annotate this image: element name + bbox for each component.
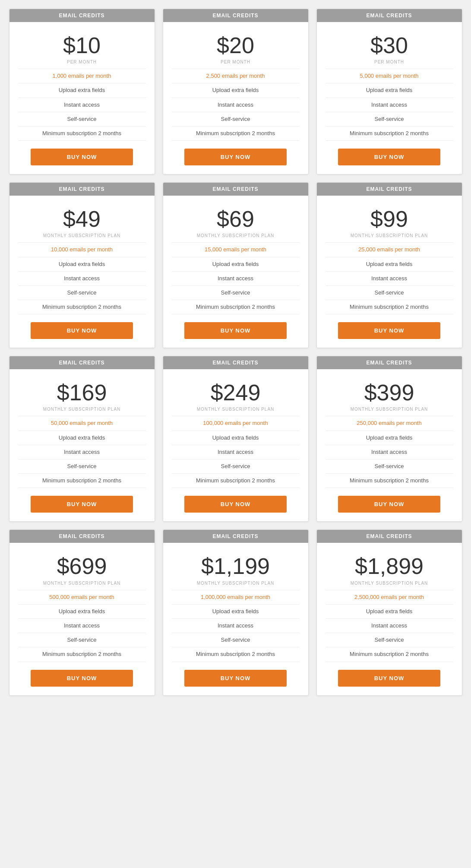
card-price-7: $249: [211, 380, 261, 405]
feature-item-0-0: 1,000 emails per month: [18, 69, 146, 83]
pricing-card-0: EMAIL CREDITS$10PER MONTH1,000 emails pe…: [9, 9, 155, 174]
feature-item-11-0: 2,500,000 emails per month: [326, 590, 453, 605]
feature-item-6-2: Instant access: [18, 445, 146, 459]
pricing-card-9: EMAIL CREDITS$699MONTHLY SUBSCRIPTION PL…: [9, 529, 155, 695]
card-features-9: 500,000 emails per monthUpload extra fie…: [18, 590, 146, 662]
pricing-card-7: EMAIL CREDITS$249MONTHLY SUBSCRIPTION PL…: [163, 356, 309, 522]
card-plan-type-11: MONTHLY SUBSCRIPTION PLAN: [351, 581, 428, 586]
buy-button-3[interactable]: BUY NOW: [31, 322, 133, 339]
feature-item-5-1: Upload extra fields: [326, 257, 453, 272]
feature-item-10-1: Upload extra fields: [172, 605, 300, 619]
buy-button-1[interactable]: BUY NOW: [184, 149, 287, 165]
feature-item-1-0: 2,500 emails per month: [172, 69, 300, 83]
pricing-card-11: EMAIL CREDITS$1,899MONTHLY SUBSCRIPTION …: [316, 529, 462, 695]
feature-item-3-0: 10,000 emails per month: [18, 243, 146, 257]
card-plan-type-6: MONTHLY SUBSCRIPTION PLAN: [43, 407, 121, 412]
feature-item-11-2: Instant access: [326, 619, 453, 633]
feature-item-0-3: Self-service: [18, 112, 146, 127]
pricing-grid: EMAIL CREDITS$10PER MONTH1,000 emails pe…: [9, 9, 462, 696]
card-plan-type-7: MONTHLY SUBSCRIPTION PLAN: [197, 407, 275, 412]
card-price-4: $69: [217, 207, 254, 231]
pricing-card-5: EMAIL CREDITS$99MONTHLY SUBSCRIPTION PLA…: [316, 182, 462, 348]
buy-button-0[interactable]: BUY NOW: [31, 149, 133, 165]
buy-button-6[interactable]: BUY NOW: [31, 496, 133, 513]
card-body-2: $30PER MONTH5,000 emails per monthUpload…: [317, 22, 462, 174]
card-header-6: EMAIL CREDITS: [9, 356, 155, 369]
feature-item-8-0: 250,000 emails per month: [326, 416, 453, 431]
buy-button-7[interactable]: BUY NOW: [184, 496, 287, 513]
feature-item-4-4: Minimum subscription 2 months: [172, 300, 300, 314]
card-header-0: EMAIL CREDITS: [9, 9, 155, 22]
feature-item-10-4: Minimum subscription 2 months: [172, 647, 300, 662]
card-body-10: $1,199MONTHLY SUBSCRIPTION PLAN1,000,000…: [163, 543, 308, 695]
card-features-5: 25,000 emails per monthUpload extra fiel…: [326, 242, 453, 314]
card-header-11: EMAIL CREDITS: [317, 530, 462, 543]
feature-item-3-2: Instant access: [18, 272, 146, 286]
card-body-7: $249MONTHLY SUBSCRIPTION PLAN100,000 ema…: [163, 369, 308, 521]
card-price-8: $399: [364, 380, 414, 405]
card-plan-type-10: MONTHLY SUBSCRIPTION PLAN: [197, 581, 275, 586]
feature-item-2-0: 5,000 emails per month: [326, 69, 453, 83]
feature-item-3-3: Self-service: [18, 286, 146, 300]
feature-item-7-3: Self-service: [172, 459, 300, 474]
buy-button-2[interactable]: BUY NOW: [338, 149, 440, 165]
feature-item-9-2: Instant access: [18, 619, 146, 633]
feature-item-3-4: Minimum subscription 2 months: [18, 300, 146, 314]
feature-item-4-0: 15,000 emails per month: [172, 243, 300, 257]
feature-item-11-1: Upload extra fields: [326, 605, 453, 619]
pricing-card-6: EMAIL CREDITS$169MONTHLY SUBSCRIPTION PL…: [9, 356, 155, 522]
feature-item-2-1: Upload extra fields: [326, 83, 453, 98]
card-body-0: $10PER MONTH1,000 emails per monthUpload…: [9, 22, 155, 174]
pricing-card-10: EMAIL CREDITS$1,199MONTHLY SUBSCRIPTION …: [163, 529, 309, 695]
card-price-2: $30: [370, 33, 408, 58]
card-header-1: EMAIL CREDITS: [163, 9, 308, 22]
feature-item-2-4: Minimum subscription 2 months: [326, 127, 453, 141]
card-body-5: $99MONTHLY SUBSCRIPTION PLAN25,000 email…: [317, 196, 462, 348]
card-plan-type-0: PER MONTH: [67, 60, 97, 64]
feature-item-0-4: Minimum subscription 2 months: [18, 127, 146, 141]
card-body-1: $20PER MONTH2,500 emails per monthUpload…: [163, 22, 308, 174]
feature-item-10-0: 1,000,000 emails per month: [172, 590, 300, 605]
card-header-8: EMAIL CREDITS: [317, 356, 462, 369]
feature-item-9-3: Self-service: [18, 633, 146, 647]
card-features-11: 2,500,000 emails per monthUpload extra f…: [326, 590, 453, 662]
card-price-0: $10: [63, 33, 101, 58]
feature-item-6-3: Self-service: [18, 459, 146, 474]
buy-button-9[interactable]: BUY NOW: [31, 670, 133, 687]
pricing-card-8: EMAIL CREDITS$399MONTHLY SUBSCRIPTION PL…: [316, 356, 462, 522]
feature-item-7-2: Instant access: [172, 445, 300, 459]
card-body-9: $699MONTHLY SUBSCRIPTION PLAN500,000 ema…: [9, 543, 155, 695]
feature-item-5-3: Self-service: [326, 286, 453, 300]
feature-item-8-1: Upload extra fields: [326, 431, 453, 445]
feature-item-8-3: Self-service: [326, 459, 453, 474]
buy-button-8[interactable]: BUY NOW: [338, 496, 440, 513]
card-price-11: $1,899: [355, 554, 424, 579]
card-body-11: $1,899MONTHLY SUBSCRIPTION PLAN2,500,000…: [317, 543, 462, 695]
card-body-3: $49MONTHLY SUBSCRIPTION PLAN10,000 email…: [9, 196, 155, 348]
pricing-card-4: EMAIL CREDITS$69MONTHLY SUBSCRIPTION PLA…: [163, 182, 309, 348]
feature-item-7-1: Upload extra fields: [172, 431, 300, 445]
feature-item-4-2: Instant access: [172, 272, 300, 286]
card-features-10: 1,000,000 emails per monthUpload extra f…: [172, 590, 300, 662]
card-header-4: EMAIL CREDITS: [163, 183, 308, 196]
feature-item-6-0: 50,000 emails per month: [18, 416, 146, 431]
card-body-8: $399MONTHLY SUBSCRIPTION PLAN250,000 ema…: [317, 369, 462, 521]
pricing-card-1: EMAIL CREDITS$20PER MONTH2,500 emails pe…: [163, 9, 309, 174]
feature-item-1-2: Instant access: [172, 98, 300, 112]
buy-button-11[interactable]: BUY NOW: [338, 670, 440, 687]
feature-item-11-4: Minimum subscription 2 months: [326, 647, 453, 662]
feature-item-7-4: Minimum subscription 2 months: [172, 474, 300, 488]
buy-button-10[interactable]: BUY NOW: [184, 670, 287, 687]
feature-item-3-1: Upload extra fields: [18, 257, 146, 272]
card-plan-type-9: MONTHLY SUBSCRIPTION PLAN: [43, 581, 121, 586]
card-features-3: 10,000 emails per monthUpload extra fiel…: [18, 242, 146, 314]
feature-item-0-1: Upload extra fields: [18, 83, 146, 98]
buy-button-5[interactable]: BUY NOW: [338, 322, 440, 339]
card-plan-type-1: PER MONTH: [221, 60, 250, 64]
card-features-7: 100,000 emails per monthUpload extra fie…: [172, 416, 300, 488]
feature-item-11-3: Self-service: [326, 633, 453, 647]
buy-button-4[interactable]: BUY NOW: [184, 322, 287, 339]
feature-item-2-2: Instant access: [326, 98, 453, 112]
card-features-8: 250,000 emails per monthUpload extra fie…: [326, 416, 453, 488]
card-price-9: $699: [57, 554, 107, 579]
